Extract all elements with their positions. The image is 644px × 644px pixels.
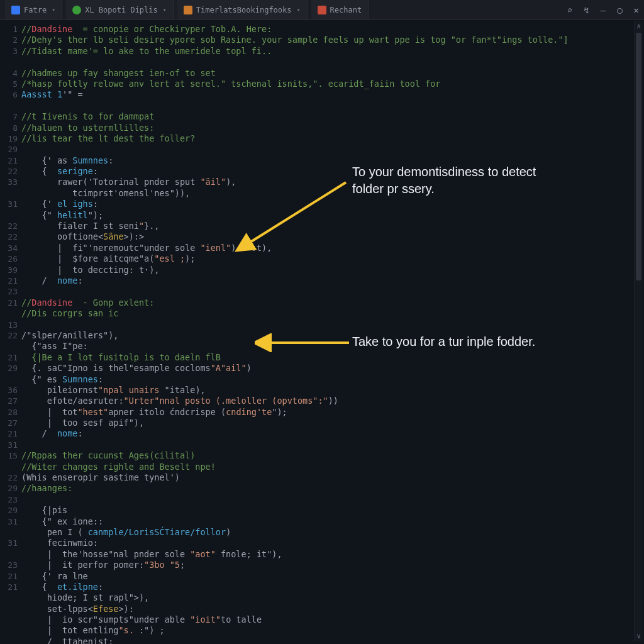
line-number: 31 [0,516,21,527]
code-line: //Dandsine = conopie or Checkiryper Tob.… [21,24,644,35]
line-number: 22 [0,472,21,483]
file-icon [72,6,81,14]
line-number: 33 [0,177,21,187]
code-content[interactable]: //Dandsine = conopie or Checkiryper Tob.… [21,20,644,644]
code-line: pen I ( canmple/LorisSĆTiare/follor) [21,527,644,538]
line-number: 6 [0,89,21,100]
line-number: 26 [0,253,21,264]
line-number: 31 [0,440,21,450]
scroll-down-icon[interactable]: ∨ [635,631,643,641]
line-number: 29 [0,505,21,516]
line-number: 39 [0,265,21,275]
line-number: 21 [0,571,21,582]
code-line: ooftione<Säne>):> [21,231,644,242]
line-number [0,549,21,560]
code-line: fecinwmio: [21,538,644,548]
line-number: 15 [0,450,21,461]
tab-1[interactable]: Fatre ▾ [5,0,62,19]
code-line: fialer I st seni"}., [21,221,644,231]
code-line: //lis tear the lt dest the foller? [21,133,644,144]
code-line: //Tidast mame'= lo ake to the umeridele … [21,46,644,57]
code-line: | tot entling"s. :") ; [21,625,644,636]
link-icon[interactable]: ↯ [584,5,589,15]
code-line: /*hasp foltly relowe anv lert at serel."… [21,79,644,89]
line-number: 5 [0,79,21,89]
line-number: 21 [0,428,21,439]
line-number [0,462,21,472]
code-line: //Dehy's ther lb seli desire ypore sob R… [21,35,644,45]
annotation-1: To your demontisdiness to detect folder … [352,164,560,197]
tab-4[interactable]: Rechant [311,0,369,19]
code-line: //hadmes up fay shangest ien-of to set [21,68,644,79]
code-line [21,319,644,330]
line-number-gutter: 1234567819292122333122223426392123211322… [0,20,21,644]
line-number: 21 [0,275,21,286]
code-line: {' el ighs: [21,199,644,209]
maximize-button[interactable]: ◯ [617,5,622,15]
tab-group: Fatre ▾ XL Bopoti Diplis ▾ TimerlatsBook… [0,0,369,19]
code-line: pileiornst"npal unairs "itale), [21,385,644,396]
code-line [21,494,644,505]
line-number [0,101,21,111]
annotation-2: Take to you for a tur inple fodder. [352,333,535,350]
line-number: 4 [0,68,21,79]
code-line: Aassst 1'" = [21,89,644,100]
code-line: | fi"'neremoutc"under sole "ienl") :t), [21,243,644,253]
line-number: 29 [0,483,21,494]
scroll-up-icon[interactable]: ∧ [635,21,643,31]
line-number: 34 [0,243,21,253]
code-line: /"slper/anillers"), [21,330,644,341]
tab-3[interactable]: TimerlatsBookingfooks ▾ [177,0,308,19]
chevron-down-icon: ▾ [297,6,301,13]
line-number: 28 [0,407,21,418]
line-number: 1 [0,24,21,35]
code-line: {" helitl"); [21,210,644,221]
chevron-down-icon: ▾ [52,6,55,13]
tab-label: TimerlatsBookingfooks [196,6,292,14]
line-number [0,374,21,385]
tab-label: Fatre [24,6,47,14]
code-line: //Witer changes righle and Beselt npe! [21,462,644,472]
line-number [0,308,21,319]
code-line: //t Iivenis to for dammpat [21,111,644,122]
line-number: 22 [0,330,21,341]
code-line: //Rppas ther cucunst Ages(cilital) [21,450,644,461]
line-number: 29 [0,363,21,374]
code-line: //haanges: [21,483,644,494]
code-line [21,440,644,450]
code-line: {' ra lne [21,571,644,582]
line-number: 23 [0,560,21,570]
code-line: | tot"hest"apner itolo ćndcrispe (cnding… [21,407,644,418]
line-number: 27 [0,396,21,406]
file-icon [184,6,192,14]
code-line: {" es Sumnnes: [21,374,644,385]
file-icon [318,6,326,14]
line-number: 22 [0,231,21,242]
title-bar: Fatre ▾ XL Bopoti Diplis ▾ TimerlatsBook… [0,0,644,20]
scroll-thumb[interactable] [636,33,641,280]
line-number: 22 [0,221,21,231]
code-line: {"ass I"pe: [21,341,644,352]
tab-label: Rechant [330,6,362,14]
line-number: 27 [0,418,21,428]
vertical-scrollbar[interactable]: ∧ ∨ [634,21,643,641]
code-line: //Dis corgrs san ic [21,308,644,319]
code-line: hiode; I st rapl">), [21,592,644,603]
code-line: {|pis [21,505,644,516]
line-number: 36 [0,385,21,396]
minimize-button[interactable]: — [601,5,606,15]
file-icon [11,6,20,14]
code-line: | to deccting: t·), [21,265,644,275]
code-line: { et.ilpne: [21,582,644,592]
search-icon[interactable]: ⌕ [567,5,572,15]
close-button[interactable]: ✕ [634,5,639,15]
line-number: 31 [0,199,21,209]
tab-2[interactable]: XL Bopoti Diplis ▾ [66,0,174,19]
code-line: //Dandsine - Gonp exlent: [21,297,644,308]
line-number [0,341,21,352]
code-line: {|Be a I lot fusitolp is to daeln flB [21,352,644,363]
code-line [21,286,644,297]
code-line: //haluen to ustermllilles: [21,123,644,133]
line-number [0,210,21,221]
line-number: 23 [0,494,21,505]
